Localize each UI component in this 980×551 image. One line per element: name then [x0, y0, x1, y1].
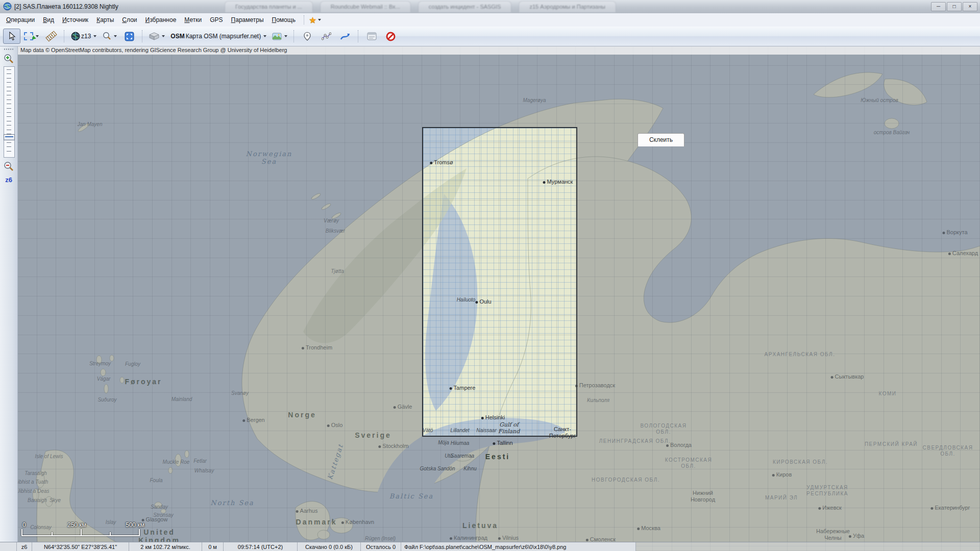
map-label: Værøy [324, 218, 339, 223]
ruler-tool-button[interactable] [42, 29, 60, 44]
gps-panel-button[interactable] [363, 29, 380, 44]
map-label: Калининград [450, 535, 487, 541]
background-tab: создать инцидент - SASGIS [418, 1, 512, 12]
cursor-icon [8, 32, 16, 41]
fullscreen-button[interactable] [120, 29, 138, 44]
map-label: Vilnius [498, 535, 519, 541]
menu-item-Операции[interactable]: Операции [2, 14, 39, 26]
layers-cube-icon [149, 32, 159, 40]
status-zoom: z6 [17, 542, 32, 551]
map-label: North Sea [210, 499, 254, 507]
menu-separator [304, 15, 305, 24]
map-label: Barraigh [28, 497, 47, 503]
globe-icon [71, 32, 80, 41]
osm-logo: OSM [170, 33, 184, 40]
map-label: Екатеринбург [930, 505, 970, 511]
menu-item-Карты[interactable]: Карты [92, 14, 118, 26]
tab-Склеить[interactable]: Склеить [638, 133, 684, 146]
maximize-button[interactable]: □ [947, 2, 962, 11]
selection-caret-icon [36, 35, 39, 37]
map-label: НОВГОРОДСКАЯ ОБЛ. [592, 477, 660, 483]
map-label: Петрозаводск [575, 382, 615, 388]
menu-item-Метки[interactable]: Метки [180, 14, 206, 26]
map-label: ВОЛОГОДСКАЯ ОБЛ. [641, 423, 687, 435]
map-label: остров Вайгач [874, 130, 910, 135]
background-tab: Государства планеты и ... [225, 1, 313, 12]
map-label: Vágar [97, 376, 111, 382]
map-label: Uibhist a Tuath [17, 479, 48, 485]
map-label: Воркута [942, 229, 967, 235]
map-label: Tjøtta [331, 268, 344, 274]
map-label: Tarasaigh [24, 470, 47, 476]
map-label: Lietuva [462, 521, 498, 530]
map-style-button[interactable] [270, 29, 289, 44]
favorites-star-icon[interactable]: ★ [309, 16, 316, 24]
map-label: УДМУРТСКАЯ РЕСПУБЛИКА [806, 485, 848, 496]
menu-item-GPS[interactable]: GPS [206, 14, 227, 26]
map-label: Gotska Sandön [420, 466, 455, 471]
selection-tool-button[interactable] [22, 29, 41, 44]
map-label: Уфа [849, 533, 864, 539]
placemark-button[interactable] [299, 29, 316, 44]
map-source-selector[interactable]: OSM Карта OSM (mapsurfer.net) [168, 29, 268, 44]
status-bar: z6N64°32'35.50" E27°38'25.41"2 км 102.72… [0, 542, 980, 551]
layers-button[interactable] [147, 29, 167, 44]
sidebar-grip[interactable] [4, 48, 14, 51]
map-viewport[interactable]: Norwegian SeaKattegatNorth SeaBaltic Sea… [17, 46, 980, 551]
zoom-slider-thumb[interactable] [4, 134, 15, 140]
map-label: Hiiumaa [451, 440, 470, 446]
map-label: СВЕРДЛОВСКАЯ ОБЛ. [923, 445, 973, 457]
favorites-caret-icon[interactable] [318, 19, 321, 21]
status-elevation: 0 м [202, 542, 224, 551]
map-label: Bergen [242, 417, 264, 423]
map-attribution: Map data © OpenStreetMap contributors, r… [17, 46, 980, 55]
fullscreen-icon [125, 32, 134, 41]
minimize-button[interactable]: ─ [931, 2, 946, 11]
zoom-slider-ticks [7, 69, 11, 155]
menu-item-Слои[interactable]: Слои [118, 14, 141, 26]
map-label: КОСТРОМСКАЯ ОБЛ. [665, 457, 713, 469]
zoom-level-selector[interactable]: z13 [69, 29, 99, 44]
menu-item-Источник[interactable]: Источник [58, 14, 92, 26]
map-label: Mainland [172, 396, 192, 402]
close-button[interactable]: × [963, 2, 977, 11]
cursor-tool-button[interactable] [3, 29, 20, 44]
zoom-sidebar: z6 [0, 46, 18, 542]
path-button[interactable] [317, 29, 335, 44]
status-time: 09:57:14 (UTC+2) [224, 542, 298, 551]
zoom-region-button[interactable] [100, 29, 119, 44]
menu-item-Параметры[interactable]: Параметры [227, 14, 268, 26]
map-label: Oslo [327, 422, 343, 428]
map-label: Saaremaa [451, 453, 474, 459]
map-label: Trondheim [302, 344, 332, 350]
map-label: Сыктывкар [831, 373, 864, 380]
status-map-scale: 2 км 102.72 м/пикс. [129, 542, 202, 551]
path-icon [322, 32, 331, 41]
map-label: Санкт- Петербург [549, 426, 576, 439]
map-label: Rügen (Insel) [365, 536, 396, 541]
map-label: Fugloy [125, 361, 140, 367]
menu-item-Избранное[interactable]: Избранное [141, 14, 181, 26]
map-label: Svanøy [231, 390, 249, 396]
map-label: Мурманск [543, 179, 573, 185]
map-label: Tallinn [493, 440, 512, 446]
map-label: Magerøya [523, 97, 546, 103]
map-style-caret-icon [284, 35, 287, 37]
menu-item-Вид[interactable]: Вид [39, 14, 58, 26]
zoom-slider[interactable] [4, 66, 15, 158]
map-label: Kihnu [463, 466, 477, 471]
window-title: [2] SAS.Планета 160112.9308 Nightly [14, 3, 118, 10]
map-label: Aarhus [296, 508, 318, 514]
map-label: Tromsø [430, 159, 453, 165]
map-label: Vätö [423, 428, 433, 433]
map-label: Gävle [394, 404, 412, 410]
map-label: Киров [772, 471, 792, 478]
map-label: Нижний Новгород [691, 490, 715, 503]
scale-ruler [21, 529, 140, 536]
gps-disconnect-button[interactable] [382, 29, 399, 44]
menu-item-Помощь[interactable]: Помощь [268, 14, 300, 26]
zoom-out-icon[interactable] [3, 161, 14, 172]
route-button[interactable] [336, 29, 354, 44]
zoom-in-icon[interactable] [3, 54, 14, 65]
window-controls: ─ □ × [931, 2, 977, 11]
